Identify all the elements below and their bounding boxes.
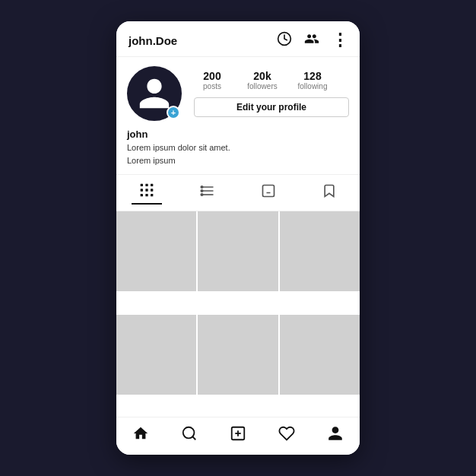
more-icon[interactable]: ⋮ bbox=[332, 30, 347, 50]
photo-grid bbox=[116, 211, 360, 417]
svg-rect-7 bbox=[141, 194, 143, 196]
stat-following: 128 following bbox=[294, 70, 331, 92]
svg-rect-5 bbox=[145, 189, 148, 191]
svg-point-13 bbox=[201, 186, 203, 189]
grid-cell-6[interactable] bbox=[280, 315, 360, 395]
header-icons: ⋮ bbox=[277, 30, 347, 50]
profile-bio: Lorem ipsum dolor sit amet. Lorem ipsum bbox=[127, 141, 349, 167]
profile-name: john bbox=[127, 129, 349, 140]
nav-add[interactable] bbox=[230, 425, 246, 446]
svg-rect-3 bbox=[151, 184, 153, 186]
content-tabs bbox=[116, 174, 360, 211]
header: john.Doe ⋮ bbox=[116, 21, 360, 57]
svg-point-17 bbox=[183, 427, 195, 439]
avatar-wrap: + bbox=[127, 66, 182, 121]
svg-rect-6 bbox=[151, 189, 153, 191]
svg-point-15 bbox=[201, 194, 203, 196]
grid-cell-3[interactable] bbox=[280, 211, 360, 291]
tab-bookmark[interactable] bbox=[314, 182, 344, 204]
bottom-nav bbox=[116, 417, 360, 455]
tab-list[interactable] bbox=[192, 182, 223, 204]
nav-home[interactable] bbox=[132, 425, 149, 446]
grid-cell-4[interactable] bbox=[116, 315, 196, 395]
history-icon[interactable] bbox=[277, 31, 292, 50]
edit-profile-button[interactable]: Edit your profile bbox=[194, 97, 349, 117]
nav-profile[interactable] bbox=[327, 425, 344, 446]
add-person-icon[interactable] bbox=[304, 31, 319, 50]
tab-tag[interactable] bbox=[253, 182, 284, 204]
svg-rect-2 bbox=[145, 184, 148, 186]
svg-point-14 bbox=[201, 190, 203, 192]
username: john.Doe bbox=[129, 34, 177, 47]
grid-cell-2[interactable] bbox=[198, 211, 278, 291]
phone-frame: john.Doe ⋮ bbox=[116, 21, 360, 455]
stats-container: 200 posts 20k followers 128 following Ed… bbox=[194, 70, 349, 118]
add-badge[interactable]: + bbox=[167, 106, 180, 119]
svg-line-18 bbox=[192, 436, 195, 440]
stats-row: 200 posts 20k followers 128 following bbox=[194, 70, 349, 92]
svg-rect-8 bbox=[145, 194, 148, 196]
grid-cell-1[interactable] bbox=[116, 211, 196, 291]
profile-top: + 200 posts 20k followers 128 following bbox=[127, 66, 349, 121]
svg-rect-9 bbox=[151, 194, 153, 196]
stat-followers: 20k followers bbox=[244, 70, 281, 92]
nav-heart[interactable] bbox=[278, 425, 295, 446]
profile-section: + 200 posts 20k followers 128 following bbox=[116, 57, 360, 174]
stat-posts: 200 posts bbox=[194, 70, 230, 92]
svg-rect-1 bbox=[141, 184, 143, 186]
svg-rect-4 bbox=[141, 189, 143, 191]
grid-cell-5[interactable] bbox=[198, 315, 278, 395]
nav-search[interactable] bbox=[181, 425, 198, 446]
tab-grid[interactable] bbox=[132, 181, 162, 205]
svg-rect-16 bbox=[263, 186, 274, 197]
